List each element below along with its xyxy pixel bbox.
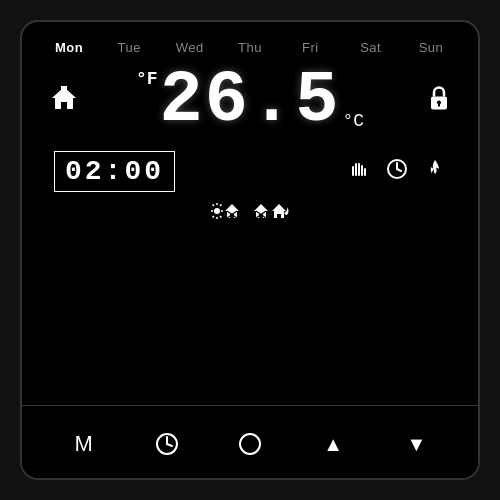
svg-line-12	[397, 169, 401, 171]
svg-rect-1	[61, 86, 67, 92]
svg-marker-28	[272, 204, 286, 218]
svg-line-19	[220, 216, 222, 218]
fahrenheit-unit: °F	[136, 69, 158, 89]
sun-home-icon-2	[254, 202, 290, 220]
svg-point-13	[214, 208, 220, 214]
status-icons	[348, 158, 446, 185]
svg-rect-4	[438, 103, 440, 107]
day-thu: Thu	[235, 40, 265, 55]
svg-rect-9	[364, 168, 366, 176]
down-button[interactable]: ▼	[394, 422, 438, 466]
day-wed: Wed	[175, 40, 205, 55]
svg-rect-8	[361, 165, 363, 176]
sun-home-icon-1	[210, 202, 246, 220]
celsius-unit: °C	[342, 111, 364, 131]
temperature-section: °F 26.5 °C	[50, 65, 450, 137]
divider	[22, 405, 478, 406]
display-screen: Mon Tue Wed Thu Fri Sat Sun °F 26.5 °C	[22, 22, 478, 401]
svg-point-32	[240, 434, 260, 454]
temperature-value: 26.5	[160, 65, 341, 137]
up-button[interactable]: ▲	[311, 422, 355, 466]
lock-icon	[428, 86, 450, 117]
thermostat-device: Mon Tue Wed Thu Fri Sat Sun °F 26.5 °C	[20, 20, 480, 480]
svg-rect-5	[352, 166, 354, 176]
svg-line-21	[213, 216, 215, 218]
day-tue: Tue	[114, 40, 144, 55]
circle-button[interactable]	[228, 422, 272, 466]
svg-rect-6	[355, 163, 357, 176]
days-row: Mon Tue Wed Thu Fri Sat Sun	[50, 40, 450, 55]
home-icon	[50, 84, 78, 118]
clock-button[interactable]	[145, 422, 189, 466]
day-sun: Sun	[416, 40, 446, 55]
temp-display: °F 26.5 °C	[136, 65, 364, 137]
manual-icon	[348, 158, 370, 185]
day-mon: Mon	[54, 40, 84, 55]
svg-line-18	[213, 205, 215, 207]
middle-row: 02:00	[50, 151, 450, 192]
schedule-row	[50, 202, 450, 220]
svg-rect-7	[358, 163, 360, 176]
mode-button[interactable]: M	[62, 422, 106, 466]
schedule-clock-icon	[386, 158, 408, 185]
buttons-row: M ▲ ▼	[22, 410, 478, 478]
svg-line-31	[167, 444, 172, 446]
time-display: 02:00	[54, 151, 175, 192]
svg-line-20	[220, 205, 222, 207]
flame-icon	[424, 158, 446, 185]
day-sat: Sat	[356, 40, 386, 55]
day-fri: Fri	[295, 40, 325, 55]
